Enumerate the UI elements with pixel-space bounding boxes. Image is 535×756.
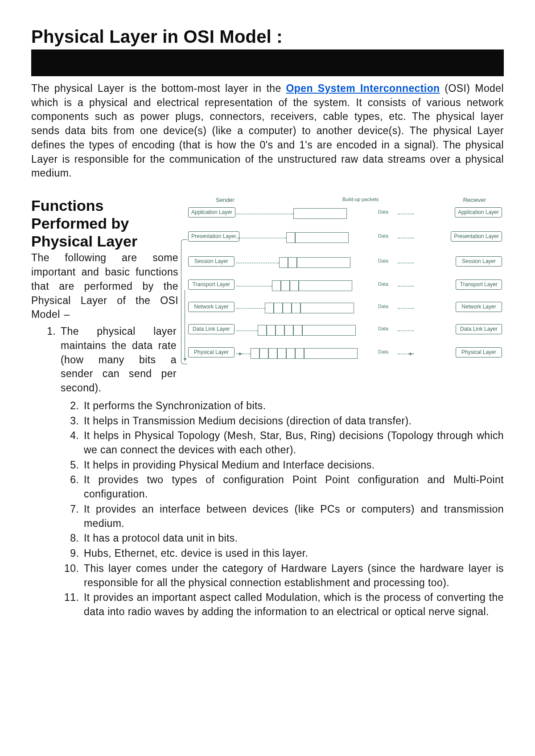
func-9: Hubs, Ethernet, etc. device is used in t… — [84, 547, 308, 559]
layer-box-sender: Session Layer — [188, 256, 235, 267]
layer-box-sender: Presentation Layer — [188, 231, 239, 242]
func-7: It provides an interface between devices… — [84, 503, 504, 529]
layer-box-sender: Physical Layer — [188, 347, 235, 357]
diagram-header-receiver: Reciever — [463, 197, 486, 203]
layer-box-receiver: Presentation Layer — [451, 231, 502, 242]
func-3: It helps in Transmission Medium decision… — [84, 415, 412, 427]
redacted-bullet — [49, 58, 504, 66]
functions-list: It performs the Synchronization of bits.… — [82, 399, 504, 619]
layer-box-receiver: Physical Layer — [456, 347, 502, 357]
packet-data-label: Data — [378, 281, 388, 287]
list-item: It has a protocol data unit in bits. — [82, 531, 504, 546]
redacted-bullet — [49, 66, 504, 74]
layer-box-receiver: Network Layer — [456, 302, 502, 312]
list-item: It helps in Transmission Medium decision… — [82, 414, 504, 428]
layer-box-receiver: Data Link Layer — [456, 324, 502, 334]
packet — [251, 348, 358, 359]
redacted-block — [31, 49, 504, 76]
packet-data-label: Data — [378, 233, 388, 238]
packet — [258, 325, 356, 336]
layer-box-sender: Transport Layer — [188, 279, 235, 290]
diagram-row: Session LayerSession LayerData — [186, 256, 504, 276]
redacted-bullet — [49, 49, 504, 58]
layer-box-receiver: Transport Layer — [456, 279, 502, 290]
intro-post: (OSI) Model which is a physical and elec… — [31, 82, 504, 179]
packet-data-label: Data — [378, 326, 388, 331]
diagram-row: Network LayerNetwork LayerData — [186, 302, 504, 321]
list-item: It provides an important aspect called M… — [82, 591, 504, 619]
func-11: It provides an important aspect called M… — [84, 592, 504, 617]
diagram-row: Physical LayerPhysical LayerData — [186, 347, 504, 367]
diagram-row: Transport LayerTransport LayerData — [186, 279, 504, 299]
diagram-header-sender: Sender — [216, 197, 235, 203]
func-8: It has a protocol data unit in bits. — [84, 532, 238, 544]
layer-box-receiver: Application Layer — [455, 207, 502, 218]
layer-box-sender: Network Layer — [188, 302, 235, 312]
list-item: It provides an interface between devices… — [82, 502, 504, 530]
func-2: It performs the Synchronization of bits. — [84, 400, 266, 411]
intro-paragraph: The physical Layer is the bottom-most la… — [31, 82, 504, 181]
diagram-header-middle: Build-up packets — [342, 197, 379, 202]
list-item: This layer comes under the category of H… — [82, 562, 504, 590]
diagram-row: Application LayerApplication LayerData — [186, 207, 504, 227]
packet — [286, 232, 349, 243]
osi-diagram: Sender Build-up packets Reciever Applica… — [186, 197, 504, 370]
functions-lead: The following are some important and bas… — [31, 251, 178, 322]
packet — [265, 303, 354, 313]
packet — [293, 208, 347, 219]
list-item: The physical layer maintains the data ra… — [59, 325, 178, 395]
packet-data-label: Data — [378, 258, 388, 263]
intro-pre: The physical Layer is the bottom-most la… — [31, 82, 286, 94]
packet-data-label: Data — [378, 349, 388, 354]
packet-data-label: Data — [378, 304, 388, 309]
functions-heading: Functions Performed by Physical Layer — [31, 197, 178, 250]
osi-link[interactable]: Open System Interconnection — [286, 82, 440, 94]
func-5: It helps in providing Physical Medium an… — [84, 459, 375, 471]
func-6: It provides two types of configuration P… — [84, 474, 504, 500]
func-4: It helps in Physical Topology (Mesh, Sta… — [84, 430, 504, 456]
list-item: It performs the Synchronization of bits. — [82, 399, 504, 413]
layer-box-sender: Application Layer — [188, 207, 235, 218]
func-10: This layer comes under the category of H… — [84, 563, 504, 588]
packet — [272, 280, 352, 291]
diagram-row: Data Link LayerData Link LayerData — [186, 324, 504, 344]
layer-box-receiver: Session Layer — [456, 256, 502, 267]
page-title: Physical Layer in OSI Model : — [31, 27, 504, 47]
packet-data-label: Data — [378, 209, 388, 214]
packet — [279, 257, 350, 268]
list-item: It helps in providing Physical Medium an… — [82, 458, 504, 472]
func-1: The physical layer maintains the data ra… — [61, 325, 177, 394]
list-item: Hubs, Ethernet, etc. device is used in t… — [82, 546, 504, 561]
diagram-row: Presentation LayerPresentation LayerData — [186, 231, 504, 251]
list-item: It helps in Physical Topology (Mesh, Sta… — [82, 429, 504, 457]
arrow-down-icon — [185, 290, 185, 362]
list-item: It provides two types of configuration P… — [82, 473, 504, 501]
layer-box-sender: Data Link Layer — [188, 324, 235, 334]
